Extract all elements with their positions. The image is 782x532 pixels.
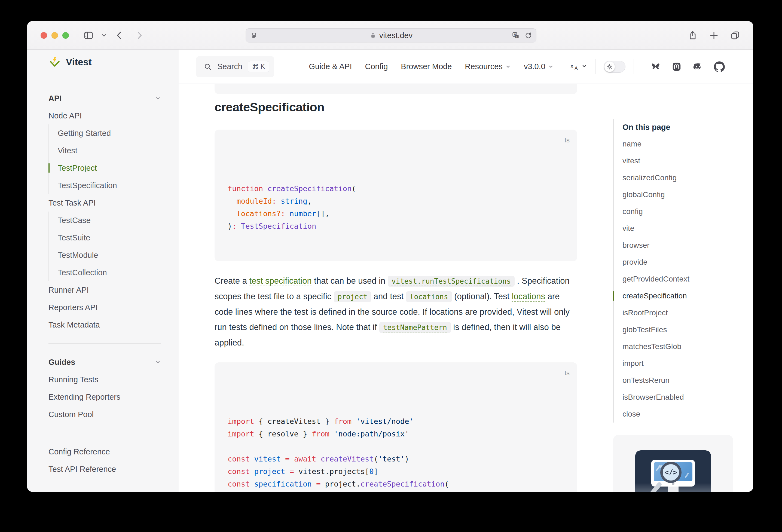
browser-window: vitest.dev Ax xyxy=(27,21,753,492)
sidebar-item-test-task-api[interactable]: Test Task API xyxy=(48,194,166,212)
sidebar-item-task-metadata[interactable]: Task Metadata xyxy=(48,316,166,333)
outline-item-browser[interactable]: browser xyxy=(623,237,753,254)
sidebar-item-testspecification[interactable]: TestSpecification xyxy=(58,177,166,194)
sidebar-divider xyxy=(48,433,161,433)
translate-icon[interactable]: Ax xyxy=(511,31,520,39)
outline-item-getprovidedcontext[interactable]: getProvidedContext xyxy=(623,271,753,287)
sidebar-item-testcollection[interactable]: TestCollection xyxy=(58,264,166,281)
reload-icon[interactable] xyxy=(524,31,532,39)
inline-code: locations xyxy=(406,291,452,302)
inline-link-locations[interactable]: locations xyxy=(512,292,545,301)
sidebar-item-testsuite[interactable]: TestSuite xyxy=(58,229,166,246)
minimize-button[interactable] xyxy=(51,32,58,39)
sidebar-item-custom-pool[interactable]: Custom Pool xyxy=(48,406,166,423)
new-tab-icon[interactable] xyxy=(709,31,719,40)
sidebar-item-testmodule[interactable]: TestModule xyxy=(58,246,166,264)
sidebar-section-api[interactable]: API xyxy=(48,90,161,107)
close-button[interactable] xyxy=(41,32,47,39)
vitest-logo[interactable]: Vitest xyxy=(48,54,166,70)
nav-link-config[interactable]: Config xyxy=(365,62,388,71)
text: and test xyxy=(371,292,406,301)
url-text: vitest.dev xyxy=(379,31,413,40)
search-button[interactable]: Search ⌘ K xyxy=(196,56,274,77)
outline-item-ontestsrerun[interactable]: onTestsRerun xyxy=(623,372,753,389)
doc-content: createSpecification ts function createSp… xyxy=(215,84,577,492)
code-line: import { createVitest } from 'vitest/nod… xyxy=(227,415,564,428)
inline-code-link-vitest-runtestspecifications[interactable]: vitest.runTestSpecifications xyxy=(388,276,514,287)
bluesky-icon[interactable] xyxy=(650,62,661,72)
forward-icon[interactable] xyxy=(135,31,144,40)
back-icon[interactable] xyxy=(115,31,124,40)
search-icon xyxy=(204,63,212,71)
sidebar-item-test-api-reference[interactable]: Test API Reference xyxy=(48,460,166,478)
sponsor-card[interactable]: </> xyxy=(613,435,733,492)
inline-link-test-specification[interactable]: test specification xyxy=(249,276,312,286)
sidebar-item-config-reference[interactable]: Config Reference xyxy=(48,443,166,460)
outline-item-import[interactable]: import xyxy=(623,355,753,372)
chevron-down-icon xyxy=(155,359,161,365)
code-lang-badge: ts xyxy=(564,134,570,146)
nav-link-guide-api[interactable]: Guide & API xyxy=(309,62,352,71)
description-paragraph: Create a test specification that can be … xyxy=(215,273,577,350)
sidebar-item-running-tests[interactable]: Running Tests xyxy=(48,371,166,388)
sidebar-item-node-api[interactable]: Node API xyxy=(48,107,166,125)
sidebar-section-label: Guides xyxy=(48,353,75,371)
nav-divider xyxy=(562,59,562,74)
search-shortcut: ⌘ K xyxy=(248,61,269,72)
search-label: Search xyxy=(217,62,242,71)
browser-toolbar: vitest.dev Ax xyxy=(27,21,753,49)
address-bar[interactable]: vitest.dev Ax xyxy=(246,28,536,42)
nav-link-resources[interactable]: Resources xyxy=(465,62,511,71)
sidebar-item-extending-reporters[interactable]: Extending Reporters xyxy=(48,388,166,406)
theme-toggle[interactable] xyxy=(604,61,626,73)
sidebar-item-runner-api[interactable]: Runner API xyxy=(48,281,166,299)
nav-divider xyxy=(634,59,634,74)
sidebar-divider xyxy=(48,343,161,344)
outline-item-globalconfig[interactable]: globalConfig xyxy=(623,186,753,203)
sidebar-item-getting-started[interactable]: Getting Started xyxy=(58,125,166,142)
sidebar-section-guides[interactable]: Guides xyxy=(48,353,161,371)
github-icon[interactable] xyxy=(714,61,725,72)
nav-links: Guide & APIConfigBrowser ModeResourcesv3… xyxy=(309,62,554,71)
sidebar-item-testcase[interactable]: TestCase xyxy=(58,212,166,229)
code-block-signature: ts function createSpecification( moduleI… xyxy=(215,130,577,261)
code-line: const project = vitest.projects[0] xyxy=(227,465,564,478)
text: that can be used in xyxy=(312,276,388,286)
social-links xyxy=(650,61,725,72)
language-menu[interactable]: ẋA xyxy=(570,62,587,71)
outline-item-provide[interactable]: provide xyxy=(623,254,753,271)
code-line: ): TestSpecification xyxy=(227,220,564,233)
outline-item-close[interactable]: close xyxy=(623,406,753,423)
outline-item-createspecification[interactable]: createSpecification xyxy=(623,287,753,305)
chevron-down-icon[interactable] xyxy=(101,32,107,38)
page-outline: On this page namevitestserializedConfigg… xyxy=(577,84,753,492)
outline-item-name[interactable]: name xyxy=(623,136,753,152)
discord-icon[interactable] xyxy=(692,62,704,72)
svg-text:A: A xyxy=(574,66,578,71)
share-icon[interactable] xyxy=(688,31,698,40)
outline-item-globtestfiles[interactable]: globTestFiles xyxy=(623,321,753,338)
sidebar-item-testproject[interactable]: TestProject xyxy=(58,159,166,177)
inline-code-link-testnamepattern[interactable]: testNamePattern xyxy=(379,322,451,333)
nav-link-browser-mode[interactable]: Browser Mode xyxy=(401,62,452,71)
sidebar-item-reporters-api[interactable]: Reporters API xyxy=(48,299,166,316)
outline-item-serializedconfig[interactable]: serializedConfig xyxy=(623,169,753,186)
outline-item-matchestestglob[interactable]: matchesTestGlob xyxy=(623,338,753,355)
outline-item-isrootproject[interactable]: isRootProject xyxy=(623,305,753,321)
outline-item-isbrowserenabled[interactable]: isBrowserEnabled xyxy=(623,389,753,406)
nav-divider xyxy=(595,59,596,74)
lock-icon xyxy=(369,32,377,39)
logo-text: Vitest xyxy=(66,57,92,68)
svg-text:x: x xyxy=(516,35,517,38)
zoom-button[interactable] xyxy=(62,32,69,39)
outline-item-config[interactable]: config xyxy=(623,203,753,220)
outline-item-vite[interactable]: vite xyxy=(623,220,753,237)
outline-item-vitest[interactable]: vitest xyxy=(623,152,753,169)
tab-overview-icon[interactable] xyxy=(730,31,740,40)
code-line: import { resolve } from 'node:path/posix… xyxy=(227,428,564,440)
mastodon-icon[interactable] xyxy=(671,62,682,72)
sidebar-item-vitest[interactable]: Vitest xyxy=(58,142,166,159)
docs-sidebar: Vitest APINode APIGetting StartedVitestT… xyxy=(27,49,179,492)
sidebar-toggle-icon[interactable] xyxy=(83,30,94,41)
nav-link-v3-0-0[interactable]: v3.0.0 xyxy=(524,62,554,71)
